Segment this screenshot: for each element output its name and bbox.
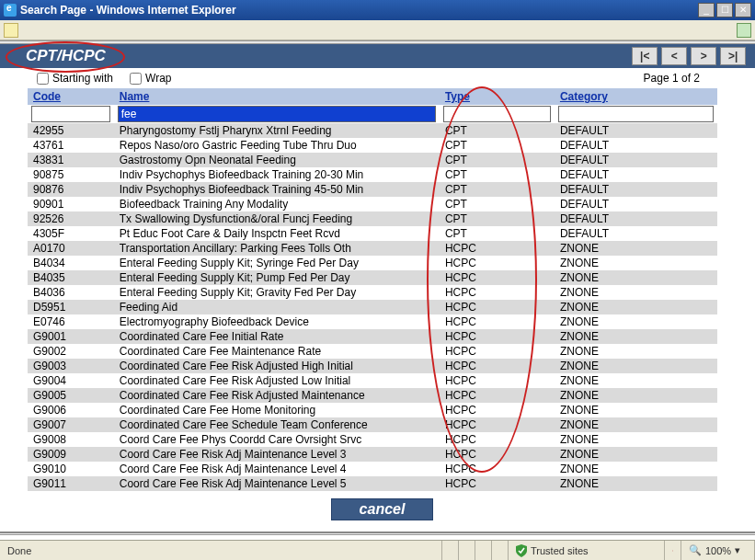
favorites-icon[interactable] xyxy=(4,23,18,38)
cell-code: 90876 xyxy=(28,182,114,197)
table-row[interactable]: E0746Electromyography Biofeedback Device… xyxy=(28,314,717,329)
home-icon[interactable] xyxy=(737,23,751,38)
col-header-category[interactable]: Category xyxy=(555,88,717,105)
cell-code: G9008 xyxy=(28,432,114,447)
col-header-type[interactable]: Type xyxy=(440,88,555,105)
filter-type-input[interactable] xyxy=(443,106,551,122)
cell-type: CPT xyxy=(440,123,555,138)
cell-name: Coord Care Fee Phys Coordd Care Ovrsight… xyxy=(114,432,440,447)
table-row[interactable]: G9008Coord Care Fee Phys Coordd Care Ovr… xyxy=(28,432,717,447)
cell-category: ZNONE xyxy=(555,256,717,270)
cell-category: DEFAULT xyxy=(555,138,717,153)
table-row[interactable]: B4034Enteral Feeding Supply Kit; Syringe… xyxy=(28,256,717,270)
table-row[interactable]: G9007Coordinated Care Fee Schedule Team … xyxy=(28,417,717,432)
table-header-row: Code Name Type Category xyxy=(28,88,717,105)
status-zoom[interactable]: 🔍 100% ▾ xyxy=(681,541,755,560)
cell-name: Coordinated Care Fee Home Monitoring xyxy=(114,403,440,417)
cell-type: CPT xyxy=(440,182,555,197)
table-row[interactable]: 92526Tx Swallowing Dysfunction&/oral Fun… xyxy=(28,211,717,226)
table-row[interactable]: A0170Transportation Ancillary: Parking F… xyxy=(28,241,717,256)
table-row[interactable]: 90876Indiv Psychophys Biofeedback Traini… xyxy=(28,182,717,197)
cell-category: DEFAULT xyxy=(555,182,717,197)
table-row[interactable]: 43831Gastrostomy Opn Neonatal FeedingCPT… xyxy=(28,153,717,167)
cell-type: HCPC xyxy=(440,403,555,417)
cell-code: G9002 xyxy=(28,344,114,359)
zoom-icon: 🔍 xyxy=(689,544,702,556)
cell-category: ZNONE xyxy=(555,270,717,285)
nav-last-button[interactable]: >| xyxy=(720,47,746,65)
table-row[interactable]: G9006Coordinated Care Fee Home Monitorin… xyxy=(28,403,717,417)
table-row[interactable]: 4305FPt Educ Foot Care & Daily Inspctn F… xyxy=(28,226,717,241)
wrap-checkbox[interactable]: Wrap xyxy=(130,72,171,85)
cell-code: G9011 xyxy=(28,476,114,491)
filter-code-input[interactable] xyxy=(31,106,110,122)
cell-type: HCPC xyxy=(440,300,555,314)
cell-type: HCPC xyxy=(440,285,555,300)
cell-name: Coord Care Fee Risk Adj Maintenance Leve… xyxy=(114,462,440,476)
filter-name-input[interactable] xyxy=(118,106,436,122)
table-row[interactable]: G9005Coordinated Care Fee Risk Adjusted … xyxy=(28,388,717,403)
cell-type: CPT xyxy=(440,167,555,182)
table-row[interactable]: 43761Repos Naso/oro Gastric Feeding Tube… xyxy=(28,138,717,153)
table-row[interactable]: B4035Enteral Feeding Supply Kit; Pump Fe… xyxy=(28,270,717,285)
table-row[interactable]: 42955Pharyngostomy Fstlj Pharynx Xtrnl F… xyxy=(28,123,717,138)
heading-bar: CPT/HCPC |< < > >| xyxy=(0,44,755,68)
cell-name: Coord Care Fee Risk Adj Maintenance Leve… xyxy=(114,447,440,462)
cell-type: CPT xyxy=(440,197,555,211)
table-row[interactable]: G9001Coordinated Care Fee Initial RateHC… xyxy=(28,329,717,344)
col-header-code[interactable]: Code xyxy=(28,88,114,105)
table-row[interactable]: B4036Enteral Feeding Supply Kit; Gravity… xyxy=(28,285,717,300)
cell-category: DEFAULT xyxy=(555,197,717,211)
col-header-name[interactable]: Name xyxy=(114,88,440,105)
cancel-button[interactable]: cancel xyxy=(331,498,434,520)
cell-category: DEFAULT xyxy=(555,123,717,138)
cell-type: HCPC xyxy=(440,417,555,432)
table-row[interactable]: D5951Feeding AidHCPCZNONE xyxy=(28,300,717,314)
status-trusted-sites[interactable]: Trusted sites xyxy=(509,541,665,560)
table-row[interactable]: G9002Coordinated Care Fee Maintenance Ra… xyxy=(28,344,717,359)
close-button[interactable]: ✕ xyxy=(735,3,751,17)
cell-category: ZNONE xyxy=(555,476,717,491)
table-row[interactable]: 90875Indiv Psychophys Biofeedback Traini… xyxy=(28,167,717,182)
cell-name: Coordinated Care Fee Schedule Team Confe… xyxy=(114,417,440,432)
table-row[interactable]: G9003Coordinated Care Fee Risk Adjusted … xyxy=(28,359,717,373)
status-trusted-label: Trusted sites xyxy=(531,545,589,556)
cell-type: CPT xyxy=(440,226,555,241)
minimize-button[interactable]: _ xyxy=(698,3,715,17)
cell-code: G9003 xyxy=(28,359,114,373)
cell-category: DEFAULT xyxy=(555,167,717,182)
maximize-button[interactable]: ☐ xyxy=(716,3,733,17)
status-protected-mode-icon[interactable] xyxy=(665,541,681,560)
cell-type: HCPC xyxy=(440,447,555,462)
cell-name: Feeding Aid xyxy=(114,300,440,314)
table-row[interactable]: 90901Biofeedback Training Any ModalityCP… xyxy=(28,197,717,211)
filter-category-input[interactable] xyxy=(558,106,714,122)
cell-code: B4036 xyxy=(28,285,114,300)
table-row[interactable]: G9004Coordinated Care Fee Risk Adjusted … xyxy=(28,373,717,388)
nav-prev-button[interactable]: < xyxy=(661,47,687,65)
nav-next-button[interactable]: > xyxy=(691,47,716,65)
cell-category: ZNONE xyxy=(555,241,717,256)
cell-name: Coordinated Care Fee Maintenance Rate xyxy=(114,344,440,359)
table-row[interactable]: G9009Coord Care Fee Risk Adj Maintenance… xyxy=(28,447,717,462)
cell-category: ZNONE xyxy=(555,373,717,388)
cell-category: DEFAULT xyxy=(555,211,717,226)
table-row[interactable]: G9010Coord Care Fee Risk Adj Maintenance… xyxy=(28,462,717,476)
cell-name: Pharyngostomy Fstlj Pharynx Xtrnl Feedin… xyxy=(114,123,440,138)
cell-code: 90901 xyxy=(28,197,114,211)
cell-code: G9010 xyxy=(28,462,114,476)
bottom-divider xyxy=(0,531,755,535)
nav-first-button[interactable]: |< xyxy=(632,47,658,65)
cell-code: 4305F xyxy=(28,226,114,241)
starting-with-input[interactable] xyxy=(37,73,49,85)
table-row[interactable]: G9011Coord Care Fee Risk Adj Maintenance… xyxy=(28,476,717,491)
shield-icon xyxy=(516,544,527,557)
ie-icon xyxy=(4,4,17,17)
cell-name: Coordinated Care Fee Risk Adjusted Maint… xyxy=(114,388,440,403)
cell-type: CPT xyxy=(440,211,555,226)
filter-row: Starting with Wrap Page 1 of 2 xyxy=(28,68,737,88)
cell-type: HCPC xyxy=(440,432,555,447)
cell-name: Pt Educ Foot Care & Daily Inspctn Feet R… xyxy=(114,226,440,241)
wrap-input[interactable] xyxy=(130,73,142,85)
starting-with-checkbox[interactable]: Starting with xyxy=(37,72,113,85)
